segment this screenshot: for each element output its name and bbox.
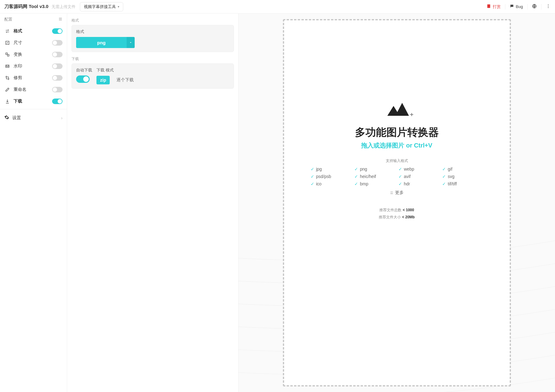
check-icon: ✓ <box>354 174 358 179</box>
donate-icon <box>487 4 491 9</box>
drop-subtitle: 拖入或选择图片 or Ctrl+V <box>361 141 432 150</box>
sidebar-item-watermark[interactable]: 水印 <box>0 60 67 72</box>
sidebar-title: 配置 <box>4 17 12 22</box>
donate-label: 打赏 <box>493 4 501 10</box>
svg-point-2 <box>548 4 549 5</box>
toggle-transform[interactable] <box>52 52 63 57</box>
toggle-rename[interactable] <box>52 87 63 92</box>
toggle-size[interactable] <box>52 40 63 46</box>
format-item: ✓bmp <box>354 181 395 186</box>
sidebar-item-label: 水印 <box>14 63 52 69</box>
check-icon: ✓ <box>354 167 358 172</box>
download-mode-each[interactable]: 逐个下载 <box>112 75 138 85</box>
toggle-watermark[interactable] <box>52 63 63 69</box>
check-icon: ✓ <box>398 167 402 172</box>
more-label: 更多 <box>395 190 404 196</box>
format-item: ✓psd/psb <box>311 174 352 179</box>
recommendations: 推荐文件总数 < 1000 推荐文件大小 < 20Mb <box>379 207 414 221</box>
tool-selector-label: 视频字幕拼接工具 <box>84 4 116 10</box>
check-icon: ✓ <box>311 174 314 179</box>
sidebar-item-label: 变换 <box>14 52 52 57</box>
sidebar-item-size[interactable]: 尺寸 <box>0 37 67 49</box>
format-field-label: 格式 <box>76 29 229 34</box>
format-select[interactable]: png <box>76 37 135 48</box>
resize-icon <box>4 40 10 45</box>
donate-button[interactable]: 打赏 <box>487 4 501 10</box>
tool-selector[interactable]: 视频字幕拼接工具 ▾ <box>80 2 123 11</box>
sidebar-item-rename[interactable]: 重命名 <box>0 84 67 95</box>
expand-icon: ☰ <box>390 191 393 195</box>
svg-rect-7 <box>7 55 9 56</box>
language-button[interactable] <box>532 4 537 10</box>
format-item: ✓gif <box>442 167 483 172</box>
toggle-crop[interactable] <box>52 75 63 81</box>
sidebar: 配置 格式 尺寸 变换 水印 修剪 <box>0 14 67 392</box>
format-item: ✓avif <box>398 174 439 179</box>
brand: 刀客源码网 Tool v3.0 <box>4 4 48 10</box>
toggle-download[interactable] <box>52 99 63 104</box>
format-select-value: png <box>76 40 127 45</box>
format-item: ✓png <box>354 167 395 172</box>
chevron-right-icon: › <box>61 115 63 120</box>
format-item: ✓ico <box>311 181 352 186</box>
check-icon: ✓ <box>442 174 446 179</box>
check-icon: ✓ <box>442 167 446 172</box>
sidebar-settings[interactable]: 设置 › <box>0 111 67 124</box>
more-formats-button[interactable]: ☰ 更多 <box>390 190 404 196</box>
message-icon <box>510 4 514 9</box>
download-mode-label: 下载 模式 <box>96 67 138 73</box>
format-item: ✓tif/tiff <box>442 181 483 186</box>
sidebar-item-label: 尺寸 <box>14 40 52 46</box>
format-panel: 格式 格式 png <box>71 18 234 52</box>
options-column: 格式 格式 png 下载 自动下载 <box>67 14 239 392</box>
swap-icon <box>4 29 10 34</box>
download-icon <box>4 99 10 104</box>
settings-label: 设置 <box>12 115 21 121</box>
format-section-title: 格式 <box>71 18 234 23</box>
download-mode-zip[interactable]: zip <box>96 76 110 84</box>
check-icon: ✓ <box>354 181 358 186</box>
check-icon: ✓ <box>398 181 402 186</box>
more-menu-button[interactable] <box>546 4 551 10</box>
drop-title: 多功能图片转换器 <box>355 125 439 139</box>
drop-zone[interactable]: 多功能图片转换器 拖入或选择图片 or Ctrl+V 支持输入格式 ✓jpg ✓… <box>283 19 511 386</box>
gear-icon <box>4 115 9 121</box>
preview-column: 多功能图片转换器 拖入或选择图片 or Ctrl+V 支持输入格式 ✓jpg ✓… <box>239 14 555 392</box>
format-item: ✓webp <box>398 167 439 172</box>
chevron-down-icon <box>127 37 135 48</box>
sidebar-item-format[interactable]: 格式 <box>0 25 67 37</box>
image-mountain-icon <box>380 100 414 120</box>
check-icon: ✓ <box>442 181 446 186</box>
check-icon: ✓ <box>398 174 402 179</box>
svg-point-4 <box>548 7 549 8</box>
bug-button[interactable]: Bug <box>510 4 523 9</box>
auto-download-label: 自动下载 <box>76 67 92 73</box>
sidebar-item-label: 修剪 <box>14 75 52 81</box>
format-item: ✓svg <box>442 174 483 179</box>
svg-rect-6 <box>6 53 7 55</box>
watermark-icon <box>4 64 10 69</box>
check-icon: ✓ <box>311 167 314 172</box>
sidebar-item-transform[interactable]: 变换 <box>0 49 67 60</box>
check-icon: ✓ <box>311 181 314 186</box>
sidebar-item-label: 下载 <box>14 99 52 104</box>
globe-icon <box>532 4 537 10</box>
crop-icon <box>4 75 10 80</box>
download-section-title: 下载 <box>71 56 234 62</box>
toggle-format[interactable] <box>52 28 63 34</box>
bug-label: Bug <box>516 4 523 9</box>
supported-title: 支持输入格式 <box>386 158 408 164</box>
format-item: ✓hdr <box>398 181 439 186</box>
no-upload-hint: 无需上传文件 <box>51 4 75 10</box>
list-icon[interactable] <box>58 17 63 22</box>
download-panel: 下载 自动下载 下载 模式 zip 逐个下载 <box>71 56 234 89</box>
edit-icon <box>4 87 10 92</box>
chevron-down-icon: ▾ <box>118 5 119 8</box>
format-item: ✓heic/heif <box>354 174 395 179</box>
sidebar-item-crop[interactable]: 修剪 <box>0 72 67 84</box>
toggle-auto-download[interactable] <box>76 75 90 83</box>
svg-point-3 <box>548 6 549 6</box>
svg-marker-10 <box>395 103 409 116</box>
sidebar-item-label: 格式 <box>14 28 52 34</box>
sidebar-item-download[interactable]: 下载 <box>0 95 67 107</box>
